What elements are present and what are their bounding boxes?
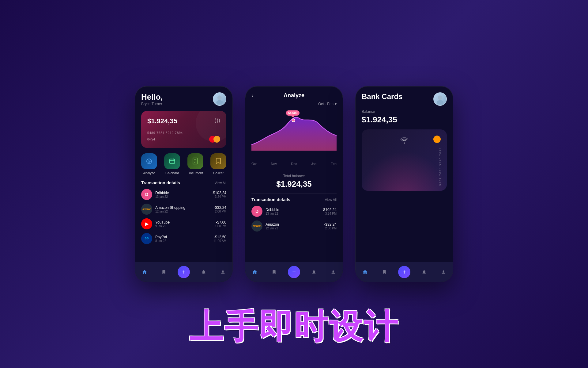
- bottom-nav-2: +: [245, 262, 343, 282]
- back-button[interactable]: ‹: [251, 92, 253, 99]
- trans-date: 9 jan 22: [155, 224, 212, 228]
- trans-name: Amazon: [266, 222, 321, 227]
- card-bottom: 04/24: [147, 136, 220, 143]
- month-oct: Oct: [251, 162, 257, 166]
- action-analyze[interactable]: Analyze: [141, 153, 157, 175]
- trans-time: 1:00 PM: [215, 224, 226, 228]
- paypal-icon: PP: [141, 233, 152, 244]
- trans-name: YouTube: [155, 220, 212, 224]
- view-all-2[interactable]: View All: [325, 198, 337, 201]
- nav-bookmark-3[interactable]: [379, 266, 390, 278]
- table-row: ▶ YouTube 9 jan 22 -$7,00 1:00 PM: [141, 218, 226, 229]
- credit-card[interactable]: ))) $1.924,35 5489 7654 3210 7894 04/24: [141, 111, 226, 148]
- collect-label: Collect: [213, 171, 224, 175]
- table-row: amazon Amazon Shopping 12 jan 22 -$32,24…: [141, 204, 226, 215]
- trans-time: 2:00 PM: [214, 210, 226, 213]
- balance-amount: $1.924,35: [362, 115, 447, 125]
- nfc-icon: ))): [215, 117, 220, 124]
- chart-labels: Oct Nov Dec Jan Feb: [245, 162, 343, 166]
- action-document[interactable]: Document: [187, 153, 203, 175]
- amazon-icon-2: amazon: [251, 220, 262, 232]
- trans-time: 3:24 PM: [322, 212, 337, 215]
- phone1-content: Hello, Bryce Turner ))) $1.924,35 5489 7…: [135, 86, 232, 262]
- total-label: Total balance: [245, 174, 343, 178]
- nav-bell[interactable]: [198, 266, 209, 278]
- trans-info: PayPal 8 jan 22: [155, 235, 210, 243]
- document-icon: [187, 153, 203, 169]
- divider: [251, 170, 337, 170]
- analyze-title: Analyze: [284, 92, 304, 99]
- action-calendar[interactable]: Calendar: [164, 153, 180, 175]
- chart-tooltip: $4 600: [286, 110, 300, 116]
- nav-home[interactable]: [139, 266, 150, 278]
- chinese-overlay: 上手即时设计: [0, 310, 588, 343]
- date-range-text: Oct - Feb: [318, 102, 334, 106]
- analyze-label: Analyze: [143, 171, 155, 175]
- nav-bookmark[interactable]: [158, 266, 169, 278]
- transactions-title: Transaction details: [141, 180, 180, 185]
- dribbble-icon-2: D: [251, 206, 262, 217]
- mastercard-logo: [209, 136, 220, 143]
- date-range[interactable]: Oct - Feb ▾: [245, 102, 343, 106]
- phone2-content: ‹ Analyze Oct - Feb ▾ $4 600: [245, 86, 343, 262]
- trans-amount: -$102,24: [322, 208, 337, 212]
- action-collect[interactable]: Collect: [210, 153, 226, 175]
- month-jan: Jan: [311, 162, 317, 166]
- nav-bell-2[interactable]: [308, 266, 319, 278]
- view-all-link[interactable]: View All: [215, 181, 226, 185]
- table-row: amazon Amazon 12 jan 22 -$32,24 2:00 PM: [251, 220, 337, 232]
- svg-point-4: [149, 161, 150, 162]
- nav-user[interactable]: [217, 266, 228, 278]
- section-title-2: Transaction details: [251, 197, 290, 202]
- trans-info: YouTube 9 jan 22: [155, 220, 212, 228]
- nav-home-2[interactable]: [249, 266, 260, 278]
- nav-plus-3[interactable]: +: [398, 266, 410, 278]
- mc-red-circle: [209, 136, 216, 143]
- trans-amount: -$7,00: [215, 220, 226, 224]
- svg-point-15: [437, 100, 443, 105]
- trans-amount: -$12,50: [213, 235, 226, 239]
- phone3-header: Bank Cards: [362, 92, 447, 106]
- table-row: D Dribbble 13 jan 22 -$102,24 3:24 PM: [251, 206, 337, 217]
- trans-amount-col: -$102,24 3:24 PM: [212, 191, 226, 198]
- analyze-icon: [141, 153, 157, 169]
- balance-section: Balance $1.924,35: [362, 109, 447, 125]
- nav-bell-3[interactable]: [419, 266, 430, 278]
- trans-info: Amazon 12 jan 22: [266, 222, 321, 230]
- avatar[interactable]: [213, 92, 226, 106]
- greeting-hello: Hello,: [141, 92, 163, 102]
- phone3-content: Bank Cards Balance $1.924,35: [356, 86, 453, 262]
- trans-date: 12 jan 22: [266, 227, 321, 230]
- greeting-section: Hello, Bryce Turner: [141, 92, 163, 106]
- trans-amount-col: -$102,24 3:24 PM: [322, 208, 337, 215]
- nav-user-2[interactable]: [328, 266, 339, 278]
- nav-bookmark-2[interactable]: [269, 266, 280, 278]
- avatar-3[interactable]: [433, 92, 447, 106]
- total-amount: $1.924,35: [245, 179, 343, 189]
- nav-home-3[interactable]: [360, 266, 371, 278]
- youtube-icon: ▶: [141, 218, 152, 229]
- phone1-header: Hello, Bryce Turner: [141, 92, 226, 106]
- nav-user-3[interactable]: [438, 266, 449, 278]
- chinese-text: 上手即时设计: [0, 310, 588, 343]
- svg-rect-5: [170, 159, 175, 164]
- phone2-header: ‹ Analyze: [245, 86, 343, 102]
- nav-plus-2[interactable]: +: [288, 266, 300, 278]
- trans-date: 8 jan 22: [155, 239, 210, 243]
- month-dec: Dec: [291, 162, 297, 166]
- nav-plus[interactable]: +: [178, 266, 190, 278]
- phones-container: Hello, Bryce Turner ))) $1.924,35 5489 7…: [135, 86, 453, 282]
- quick-actions: Analyze Calendar: [141, 153, 226, 175]
- trans-date: 12 jan 22: [155, 210, 211, 213]
- transactions-header-2: Transaction details View All: [251, 197, 337, 202]
- svg-point-0: [217, 95, 222, 100]
- bank-card[interactable]: 5489 7654 3210 7894: [362, 129, 447, 191]
- trans-info: Amazon Shopping 12 jan 22: [155, 205, 211, 213]
- table-row: D Dribbble 13 jan 22 -$102,24 3:24 PM: [141, 189, 226, 200]
- month-feb: Feb: [331, 162, 337, 166]
- card-expiry: 04/24: [147, 138, 155, 141]
- divider2: [251, 193, 337, 194]
- card-amount: $1.924,35: [147, 117, 220, 125]
- trans-amount: -$32,24: [324, 222, 337, 227]
- trans-name: Dribbble: [266, 208, 319, 212]
